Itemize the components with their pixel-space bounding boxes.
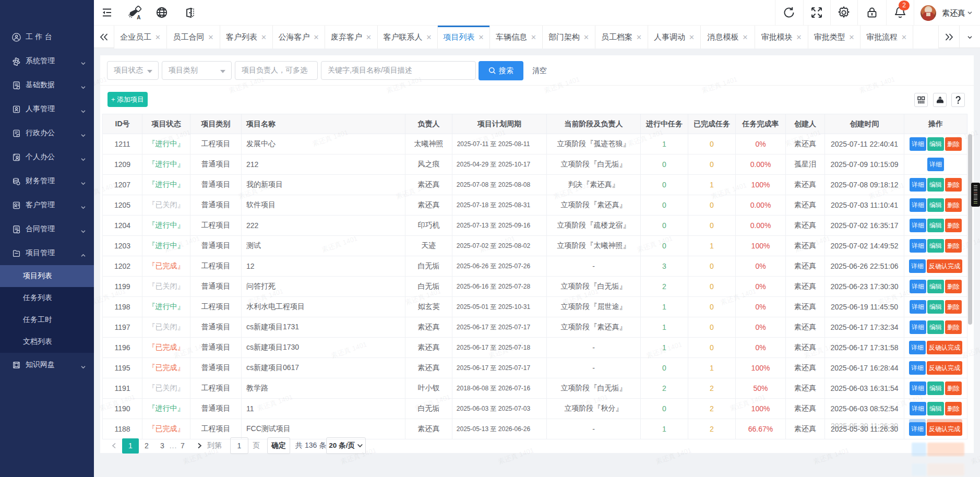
svg-text:A: A — [137, 15, 140, 20]
